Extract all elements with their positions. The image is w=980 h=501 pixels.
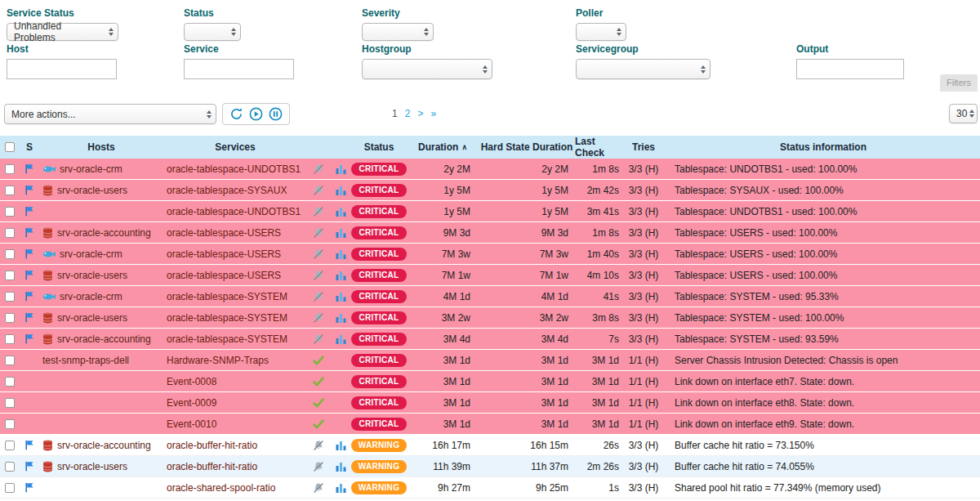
service-link[interactable]: Hardware-SNMP-Traps xyxy=(167,355,269,366)
header-status[interactable]: Status xyxy=(351,136,407,159)
filter-label: Output xyxy=(796,43,904,55)
graph-icon[interactable] xyxy=(336,249,346,259)
service-link[interactable]: oracle-tablespace-SYSAUX xyxy=(167,185,287,196)
select-arrows-icon xyxy=(701,65,706,74)
host-link[interactable]: srv-oracle-crm xyxy=(60,291,122,302)
service-link[interactable]: oracle-tablespace-SYSTEM xyxy=(167,333,287,345)
last-check-cell: 2m 26s xyxy=(575,456,621,476)
row-checkbox[interactable] xyxy=(5,483,15,493)
graph-icon[interactable] xyxy=(336,441,346,450)
hostgroup-select[interactable] xyxy=(362,59,492,79)
table-row: test-snmp-traps-dell Hardware-SNMP-Traps… xyxy=(0,350,980,371)
service-status-select[interactable]: Unhandled Problems xyxy=(7,23,118,41)
graph-icon[interactable] xyxy=(336,228,346,238)
host-link[interactable]: srv-oracle-accounting xyxy=(57,440,151,451)
row-checkbox[interactable] xyxy=(5,164,15,174)
row-checkbox[interactable] xyxy=(5,271,15,280)
host-link[interactable]: srv-oracle-crm xyxy=(60,248,122,260)
table-header: S Hosts Services Status Duration ∧ Hard … xyxy=(0,136,980,159)
output-input[interactable] xyxy=(796,59,904,79)
header-hosts[interactable]: Hosts xyxy=(39,136,163,159)
tries-cell: 3/3 (H) xyxy=(621,456,666,476)
row-checkbox[interactable] xyxy=(5,228,15,238)
row-checkbox[interactable] xyxy=(5,313,15,323)
service-link[interactable]: oracle-tablespace-SYSTEM xyxy=(167,291,287,302)
row-checkbox[interactable] xyxy=(5,186,15,195)
host-link[interactable]: srv-oracle-accounting xyxy=(57,333,151,345)
service-link[interactable]: oracle-tablespace-USERS xyxy=(167,227,281,239)
row-checkbox[interactable] xyxy=(5,334,15,344)
row-checkbox[interactable] xyxy=(5,419,15,429)
service-link[interactable]: oracle-tablespace-SYSTEM xyxy=(167,312,287,324)
refresh-button[interactable] xyxy=(229,107,243,121)
poller-select[interactable] xyxy=(576,23,626,41)
host-input[interactable] xyxy=(7,59,117,79)
table-row: srv-oracle-accounting oracle-buffer-hit-… xyxy=(0,435,980,456)
duration-cell: 3M 1d xyxy=(407,371,479,391)
row-checkbox[interactable] xyxy=(5,377,15,387)
service-link[interactable]: Event-0008 xyxy=(167,376,216,387)
page-1[interactable]: 1 xyxy=(392,108,398,119)
status-badge: CRITICAL xyxy=(351,184,406,197)
service-link[interactable]: oracle-tablespace-UNDOTBS1 xyxy=(167,206,301,217)
host-link[interactable]: test-snmp-traps-dell xyxy=(42,355,129,366)
header-services[interactable]: Services xyxy=(163,136,307,159)
service-link[interactable]: oracle-tablespace-UNDOTBS1 xyxy=(167,163,301,175)
row-checkbox[interactable] xyxy=(5,249,15,259)
next-page-link[interactable]: > xyxy=(417,108,423,119)
notifications-muted-icon xyxy=(313,185,324,196)
row-checkbox[interactable] xyxy=(5,441,15,450)
duration-cell: 1y 5M xyxy=(407,180,479,200)
graph-icon[interactable] xyxy=(336,334,346,344)
duration-cell: 9M 3d xyxy=(407,222,479,243)
graph-icon[interactable] xyxy=(336,186,346,195)
graph-icon[interactable] xyxy=(336,313,346,323)
service-link[interactable]: oracle-tablespace-USERS xyxy=(167,248,281,260)
row-checkbox[interactable] xyxy=(5,207,15,217)
graph-icon[interactable] xyxy=(336,462,346,472)
select-all-checkbox[interactable] xyxy=(5,142,15,152)
play-button[interactable] xyxy=(249,107,263,121)
severity-select[interactable] xyxy=(362,23,434,41)
row-checkbox[interactable] xyxy=(5,398,15,408)
row-checkbox[interactable] xyxy=(5,356,15,365)
service-link[interactable]: oracle-shared-spool-ratio xyxy=(167,482,275,494)
page-2[interactable]: 2 xyxy=(405,108,411,119)
graph-icon[interactable] xyxy=(336,292,346,302)
service-input[interactable] xyxy=(184,59,294,79)
last-check-cell: 3M 1d xyxy=(575,350,621,370)
header-last-check[interactable]: Last Check xyxy=(575,136,621,159)
tries-cell: 1/1 (H) xyxy=(621,414,666,434)
tries-cell: 3/3 (H) xyxy=(621,265,666,285)
host-link[interactable]: srv-oracle-users xyxy=(57,461,127,472)
service-link[interactable]: oracle-buffer-hit-ratio xyxy=(167,461,257,472)
host-link[interactable]: srv-oracle-users xyxy=(57,312,127,324)
filters-button[interactable]: Filters xyxy=(940,74,978,92)
header-tries[interactable]: Tries xyxy=(621,136,666,159)
header-status-information[interactable]: Status information xyxy=(666,136,980,159)
servicegroup-select[interactable] xyxy=(576,59,710,79)
service-link[interactable]: oracle-tablespace-USERS xyxy=(167,270,281,281)
header-hard-state-duration[interactable]: Hard State Duration xyxy=(479,136,575,159)
status-select[interactable] xyxy=(184,23,241,41)
graph-icon[interactable] xyxy=(336,164,346,174)
page-size-select[interactable]: 30 xyxy=(949,104,978,123)
host-link[interactable]: srv-oracle-accounting xyxy=(57,227,151,239)
service-link[interactable]: Event-0010 xyxy=(167,418,216,430)
service-link[interactable]: Event-0009 xyxy=(167,397,216,409)
more-actions-select[interactable]: More actions... xyxy=(4,104,216,124)
host-link[interactable]: srv-oracle-crm xyxy=(60,163,122,175)
service-link[interactable]: oracle-buffer-hit-ratio xyxy=(167,440,257,451)
host-link[interactable]: srv-oracle-users xyxy=(57,185,127,196)
status-badge: CRITICAL xyxy=(351,163,406,176)
row-checkbox[interactable] xyxy=(5,292,15,302)
graph-icon[interactable] xyxy=(336,483,346,493)
pause-button[interactable] xyxy=(269,107,283,121)
graph-icon[interactable] xyxy=(336,271,346,280)
graph-icon[interactable] xyxy=(336,207,346,217)
last-page-link[interactable]: » xyxy=(430,108,436,119)
header-duration[interactable]: Duration ∧ xyxy=(407,136,479,159)
row-checkbox[interactable] xyxy=(5,462,15,472)
filter-label: Host xyxy=(7,43,117,55)
host-link[interactable]: srv-oracle-users xyxy=(57,270,127,281)
